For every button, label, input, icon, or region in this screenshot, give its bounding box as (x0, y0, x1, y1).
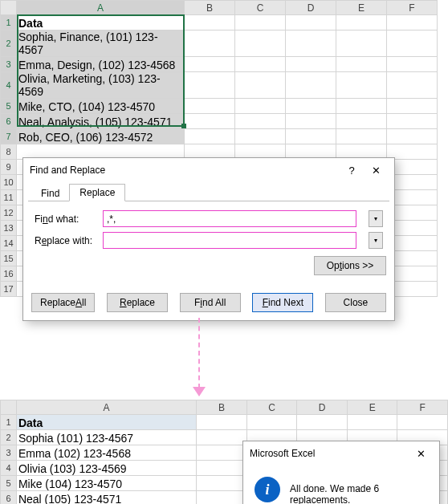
tab-strip: Find Replace (23, 182, 394, 201)
close-icon[interactable]: ✕ (409, 444, 433, 463)
dialog-title: Find and Replace (30, 165, 340, 176)
row-header[interactable]: 5 (1, 476, 17, 491)
row-header[interactable]: 3 (1, 445, 17, 461)
row-header[interactable]: 17 (1, 282, 17, 297)
col-header-F[interactable]: F (397, 400, 448, 415)
row-header[interactable]: 11 (1, 190, 17, 205)
msgbox-titlebar[interactable]: Microsoft Excel ✕ (243, 441, 439, 465)
cell-A1[interactable]: Data (17, 15, 185, 30)
row-header[interactable]: 13 (1, 221, 17, 236)
cell-A2[interactable]: Sophia, Finance, (101) 123-4567 (17, 30, 185, 57)
row-header[interactable]: 5 (1, 99, 17, 114)
msgbox-text: All done. We made 6 replacements. (290, 477, 428, 504)
cell-A5[interactable]: Mike, CTO, (104) 123-4570 (17, 99, 185, 114)
find-all-button[interactable]: Find All (180, 293, 241, 312)
cell-A3[interactable]: Emma, Design, (102) 123-4568 (17, 57, 185, 72)
col-header-C[interactable]: C (235, 1, 286, 15)
row-header[interactable]: 7 (1, 129, 17, 144)
row-header[interactable]: 2 (1, 430, 17, 445)
message-box: Microsoft Excel ✕ i All done. We made 6 … (242, 441, 440, 504)
row-header[interactable]: 4 (1, 72, 17, 99)
select-all-corner[interactable] (1, 1, 17, 15)
row-header[interactable]: 14 (1, 236, 17, 251)
col-header-E[interactable]: E (336, 1, 387, 15)
replace-with-input[interactable] (103, 232, 356, 249)
cell-A4[interactable]: Olivia, Marketing, (103) 123-4569 (17, 72, 185, 99)
row-header[interactable]: 16 (1, 266, 17, 282)
replace-all-button[interactable]: Replace All (31, 293, 95, 312)
row-header[interactable]: 1 (1, 15, 17, 30)
col-header-B[interactable]: B (197, 400, 247, 415)
cell-A5[interactable]: Mike (104) 123-4570 (16, 476, 196, 491)
row-header[interactable]: 8 (1, 144, 17, 160)
row-header[interactable]: 9 (1, 160, 17, 175)
cell-A7[interactable]: Rob, CEO, (106) 123-4572 (17, 129, 185, 144)
row-header[interactable]: 4 (1, 461, 17, 476)
col-header-D[interactable]: D (297, 400, 348, 415)
col-header-E[interactable]: E (347, 400, 397, 415)
row-header[interactable]: 15 (1, 251, 17, 266)
msgbox-title: Microsoft Excel (250, 448, 409, 459)
find-replace-dialog: Find and Replace ? ✕ Find Replace Find w… (22, 157, 395, 321)
replace-with-row: Replace with: ▾ (23, 230, 394, 251)
row-header[interactable]: 2 (1, 30, 17, 57)
cell-A6[interactable]: Neal (105) 123-4571 (16, 491, 196, 505)
dialog-buttons: Replace All Replace Find All Find Next C… (23, 285, 394, 320)
col-header-D[interactable]: D (286, 1, 336, 15)
tab-find[interactable]: Find (31, 185, 69, 201)
info-icon: i (255, 477, 280, 502)
find-what-row: Find what: ▾ (23, 208, 394, 230)
cell-A4[interactable]: Olivia (103) 123-4569 (16, 461, 196, 476)
find-history-dropdown[interactable]: ▾ (369, 210, 383, 227)
replace-button[interactable]: Replace (107, 293, 168, 312)
dialog-titlebar[interactable]: Find and Replace ? ✕ (23, 158, 394, 182)
find-what-input[interactable] (103, 210, 356, 227)
col-header-A[interactable]: A (16, 400, 196, 415)
row-header[interactable]: 6 (1, 114, 17, 129)
select-all-corner[interactable] (1, 400, 17, 415)
cell-A2[interactable]: Sophia (101) 123-4567 (16, 430, 196, 445)
row-header[interactable]: 6 (1, 491, 17, 505)
cell-A3[interactable]: Emma (102) 123-4568 (16, 445, 196, 461)
find-what-label: Find what: (35, 213, 103, 225)
col-header-A[interactable]: A (17, 1, 185, 15)
cell-A1[interactable]: Data (16, 415, 196, 430)
arrow-line (198, 318, 200, 388)
row-header[interactable]: 10 (1, 175, 17, 190)
replace-with-label: Replace with: (35, 235, 103, 246)
options-button[interactable]: Options >> (314, 256, 386, 275)
arrow-head-icon (193, 387, 206, 396)
help-button[interactable]: ? (340, 161, 364, 180)
replace-history-dropdown[interactable]: ▾ (369, 232, 383, 249)
col-header-C[interactable]: C (246, 400, 297, 415)
row-header[interactable]: 12 (1, 205, 17, 221)
tab-replace[interactable]: Replace (69, 184, 125, 201)
close-button[interactable]: Close (325, 293, 386, 312)
find-next-button[interactable]: Find Next (252, 293, 313, 312)
col-header-F[interactable]: F (387, 1, 438, 15)
row-header[interactable]: 1 (1, 415, 17, 430)
row-header[interactable]: 3 (1, 57, 17, 72)
col-header-B[interactable]: B (185, 1, 235, 15)
options-row: Options >> (23, 251, 394, 280)
cell-A6[interactable]: Neal, Analysis, (105) 123-4571 (17, 114, 185, 129)
close-icon[interactable]: ✕ (364, 161, 388, 180)
